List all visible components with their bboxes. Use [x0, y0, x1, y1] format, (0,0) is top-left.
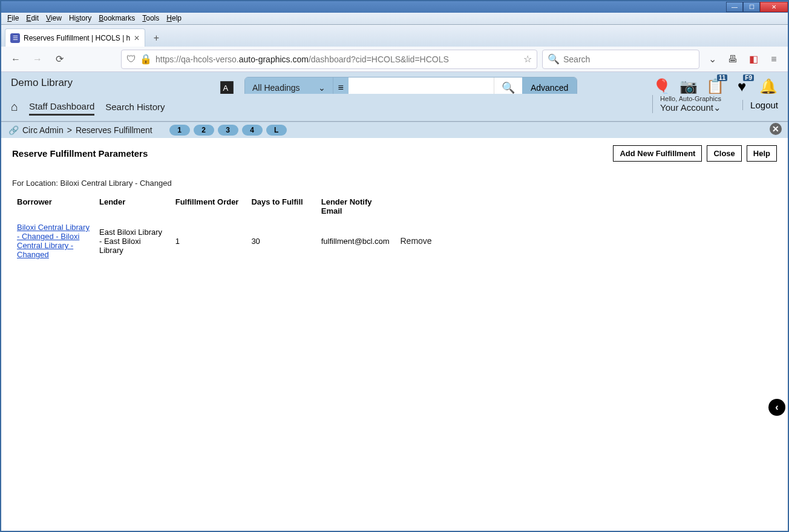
- remove-link[interactable]: Remove: [401, 236, 432, 246]
- borrower-link[interactable]: Biloxi Central Library - Changed - Bilox…: [17, 223, 90, 259]
- browser-search-box[interactable]: 🔍: [542, 50, 699, 69]
- svg-text:A: A: [223, 84, 229, 93]
- shield-icon[interactable]: 🛡: [126, 54, 136, 65]
- location-line: For Location: Biloxi Central Library - C…: [12, 179, 777, 188]
- tab-bar: ☰ Reserves Fulfillment | HCOLS | h ✕ +: [1, 25, 788, 47]
- main-content: Reserve Fulfillment Parameters Add New F…: [1, 138, 788, 271]
- menu-edit[interactable]: Edit: [22, 13, 42, 24]
- col-order: Fulfillment Order: [172, 195, 247, 218]
- tab-close-icon[interactable]: ✕: [134, 34, 140, 42]
- order-cell: 1: [172, 219, 247, 263]
- new-tab-button[interactable]: +: [148, 30, 165, 47]
- lock-icon[interactable]: 🔒: [140, 53, 152, 65]
- tab-title: Reserves Fulfillment | HCOLS | h: [24, 34, 130, 42]
- home-icon[interactable]: ⌂: [11, 97, 18, 116]
- browser-menu-bar: File Edit View History Bookmarks Tools H…: [1, 13, 788, 25]
- page-pill-4[interactable]: 4: [242, 125, 263, 136]
- fulfillment-table: Borrower Lender Fulfillment Order Days t…: [12, 194, 448, 264]
- fav-badge: F9: [743, 74, 754, 81]
- library-name: Demo Library: [11, 77, 73, 89]
- tab-favicon-icon: ☰: [10, 33, 20, 43]
- window-maximize-button[interactable]: ☐: [743, 2, 760, 12]
- table-header-row: Borrower Lender Fulfillment Order Days t…: [13, 195, 447, 218]
- account-dropdown[interactable]: Your Account⌄: [660, 102, 721, 113]
- days-cell: 30: [247, 219, 316, 263]
- email-cell: fulfillment@bcl.com: [318, 219, 396, 263]
- extension-icon[interactable]: ◧: [745, 51, 761, 67]
- page-pill-2[interactable]: 2: [194, 125, 214, 136]
- page-title: Reserve Fulfillment Parameters: [12, 148, 148, 159]
- add-new-fulfillment-button[interactable]: Add New Fulfillment: [613, 145, 702, 162]
- reload-button[interactable]: ⟳: [51, 51, 68, 68]
- print-icon[interactable]: 🖶: [725, 51, 741, 67]
- window-titlebar: — ☐ ✕: [1, 1, 788, 13]
- back-button[interactable]: ←: [7, 51, 24, 68]
- search-icon: 🔍: [502, 81, 515, 94]
- menu-tools[interactable]: Tools: [139, 13, 163, 24]
- breadcrumb-close-icon[interactable]: ✕: [770, 123, 782, 135]
- collapse-panel-icon[interactable]: ‹: [768, 399, 785, 416]
- pocket-icon[interactable]: ⌄: [704, 51, 720, 67]
- browser-search-input[interactable]: [563, 54, 694, 64]
- hamburger-menu-icon[interactable]: ≡: [766, 51, 782, 67]
- table-row: Biloxi Central Library - Changed - Bilox…: [13, 219, 447, 263]
- browser-tab[interactable]: ☰ Reserves Fulfillment | HCOLS | h ✕: [5, 28, 145, 47]
- col-borrower: Borrower: [13, 195, 94, 218]
- page-pill-3[interactable]: 3: [218, 125, 238, 136]
- page-pill-last[interactable]: L: [266, 125, 287, 136]
- url-text: https://qa-hcols-verso.auto-graphics.com…: [156, 54, 520, 64]
- greeting-text: Hello, Auto-Graphics: [660, 95, 721, 102]
- app-nav-row: ⌂ Staff Dashboard Search History Hello, …: [1, 94, 788, 122]
- col-lender: Lender: [96, 195, 171, 218]
- lender-cell: East Biloxi Library - East Biloxi Librar…: [96, 219, 171, 263]
- menu-help[interactable]: Help: [163, 13, 185, 24]
- list-badge: 11: [717, 74, 727, 81]
- menu-bookmarks[interactable]: Bookmarks: [95, 13, 139, 24]
- close-button[interactable]: Close: [707, 145, 741, 162]
- app-header: Demo Library A All Headings ⌄ ≡ 🔍 Advanc…: [1, 72, 788, 94]
- breadcrumb-reserves[interactable]: Reserves Fulfillment: [76, 125, 152, 135]
- forward-button[interactable]: →: [29, 51, 46, 68]
- menu-view[interactable]: View: [42, 13, 65, 24]
- help-button[interactable]: Help: [747, 145, 777, 162]
- breadcrumb-circ-admin[interactable]: Circ Admin: [22, 125, 64, 135]
- account-block: Hello, Auto-Graphics Your Account⌄: [652, 95, 721, 113]
- window-close-button[interactable]: ✕: [760, 2, 788, 12]
- breadcrumb: 🔗 Circ Admin > Reserves Fulfillment 1 2 …: [1, 122, 788, 138]
- chevron-down-icon: ⌄: [713, 102, 721, 113]
- page-pill-1[interactable]: 1: [169, 125, 190, 136]
- bookmark-star-icon[interactable]: ☆: [523, 53, 532, 65]
- filter-label: All Headings: [252, 83, 300, 93]
- address-bar: ← → ⟳ 🛡 🔒 https://qa-hcols-verso.auto-gr…: [1, 47, 788, 72]
- col-email: Lender Notify Email: [318, 195, 396, 218]
- search-icon: 🔍: [548, 53, 560, 65]
- app-body: Demo Library A All Headings ⌄ ≡ 🔍 Advanc…: [1, 72, 788, 532]
- menu-file[interactable]: File: [4, 13, 22, 24]
- nav-search-history[interactable]: Search History: [105, 99, 165, 114]
- link-icon: 🔗: [8, 125, 19, 135]
- nav-staff-dashboard[interactable]: Staff Dashboard: [29, 99, 94, 116]
- col-days: Days to Fulfill: [247, 195, 316, 218]
- url-box[interactable]: 🛡 🔒 https://qa-hcols-verso.auto-graphics…: [121, 50, 537, 69]
- window-minimize-button[interactable]: —: [726, 2, 743, 12]
- chevron-down-icon: ⌄: [318, 83, 326, 93]
- logout-link[interactable]: Logout: [742, 100, 778, 110]
- menu-history[interactable]: History: [65, 13, 95, 24]
